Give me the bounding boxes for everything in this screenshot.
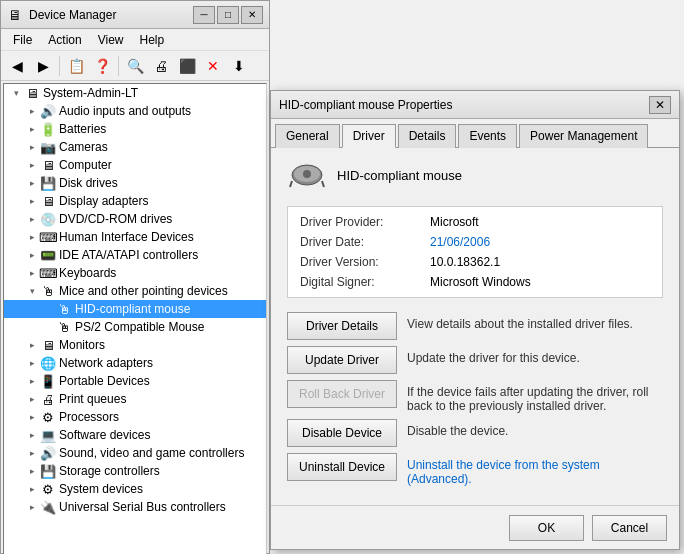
tree-disk[interactable]: ▸ 💾 Disk drives: [4, 174, 266, 192]
tree-print[interactable]: ▸ 🖨 Print queues: [4, 390, 266, 408]
disk-icon: 💾: [40, 175, 56, 191]
action-buttons-container: Driver Details View details about the in…: [287, 312, 663, 486]
keyboards-icon: ⌨: [40, 265, 56, 281]
app-icon: 🖥: [7, 7, 23, 23]
storage-icon: 💾: [40, 463, 56, 479]
menu-bar: File Action View Help: [1, 29, 269, 51]
minimize-button[interactable]: ─: [193, 6, 215, 24]
network-expand: ▸: [24, 355, 40, 371]
tree-root[interactable]: ▾ 🖥 System-Admin-LT: [4, 84, 266, 102]
toolbar-update[interactable]: ⬇: [227, 54, 251, 78]
toolbar-help[interactable]: ❓: [90, 54, 114, 78]
tree-keyboards[interactable]: ▸ ⌨ Keyboards: [4, 264, 266, 282]
menu-help[interactable]: Help: [132, 31, 173, 49]
provider-label: Driver Provider:: [300, 215, 430, 229]
dialog-title-bar: HID-compliant mouse Properties ✕: [271, 91, 679, 119]
tab-driver[interactable]: Driver: [342, 124, 396, 148]
close-button[interactable]: ✕: [241, 6, 263, 24]
mice-label: Mice and other pointing devices: [59, 284, 228, 298]
driver-info-grid: Driver Provider: Microsoft Driver Date: …: [287, 206, 663, 298]
title-bar-controls: ─ □ ✕: [193, 6, 263, 24]
tree-sound[interactable]: ▸ 🔊 Sound, video and game controllers: [4, 444, 266, 462]
sound-label: Sound, video and game controllers: [59, 446, 244, 460]
toolbar-print[interactable]: 🖨: [149, 54, 173, 78]
tree-portable[interactable]: ▸ 📱 Portable Devices: [4, 372, 266, 390]
hid-icon: ⌨: [40, 229, 56, 245]
roll-back-button[interactable]: Roll Back Driver: [287, 380, 397, 408]
tree-hid-mouse[interactable]: 🖱 HID-compliant mouse: [4, 300, 266, 318]
uninstall-device-button[interactable]: Uninstall Device: [287, 453, 397, 481]
maximize-button[interactable]: □: [217, 6, 239, 24]
tree-ps2-mouse[interactable]: 🖱 PS/2 Compatible Mouse: [4, 318, 266, 336]
tree-audio[interactable]: ▸ 🔊 Audio inputs and outputs: [4, 102, 266, 120]
dvd-expand: ▸: [24, 211, 40, 227]
monitors-icon: 🖥: [40, 337, 56, 353]
menu-action[interactable]: Action: [40, 31, 89, 49]
tree-batteries[interactable]: ▸ 🔋 Batteries: [4, 120, 266, 138]
svg-point-2: [303, 170, 311, 178]
toolbar-scan[interactable]: 🔍: [123, 54, 147, 78]
dialog-close-button[interactable]: ✕: [649, 96, 671, 114]
toolbar-forward[interactable]: ▶: [31, 54, 55, 78]
menu-view[interactable]: View: [90, 31, 132, 49]
tab-power-management[interactable]: Power Management: [519, 124, 648, 148]
provider-value: Microsoft: [430, 215, 479, 229]
tree-cameras[interactable]: ▸ 📷 Cameras: [4, 138, 266, 156]
monitors-label: Monitors: [59, 338, 105, 352]
tree-root-label: System-Admin-LT: [43, 86, 138, 100]
tree-network[interactable]: ▸ 🌐 Network adapters: [4, 354, 266, 372]
network-label: Network adapters: [59, 356, 153, 370]
device-tree[interactable]: ▾ 🖥 System-Admin-LT ▸ 🔊 Audio inputs and…: [3, 83, 267, 554]
toolbar-properties[interactable]: 📋: [64, 54, 88, 78]
tree-storage[interactable]: ▸ 💾 Storage controllers: [4, 462, 266, 480]
update-driver-button[interactable]: Update Driver: [287, 346, 397, 374]
tree-ide[interactable]: ▸ 📟 IDE ATA/ATAPI controllers: [4, 246, 266, 264]
tree-usb[interactable]: ▸ 🔌 Universal Serial Bus controllers: [4, 498, 266, 516]
mice-icon: 🖱: [40, 283, 56, 299]
tree-software[interactable]: ▸ 💻 Software devices: [4, 426, 266, 444]
menu-file[interactable]: File: [5, 31, 40, 49]
main-title-bar: 🖥 Device Manager ─ □ ✕: [1, 1, 269, 29]
tree-dvd[interactable]: ▸ 💿 DVD/CD-ROM drives: [4, 210, 266, 228]
processors-expand: ▸: [24, 409, 40, 425]
computer-label: Computer: [59, 158, 112, 172]
cancel-button[interactable]: Cancel: [592, 515, 667, 541]
tree-mice[interactable]: ▾ 🖱 Mice and other pointing devices: [4, 282, 266, 300]
system-expand: ▸: [24, 481, 40, 497]
system-icon: ⚙: [40, 481, 56, 497]
tree-system[interactable]: ▸ ⚙ System devices: [4, 480, 266, 498]
tree-monitors[interactable]: ▸ 🖥 Monitors: [4, 336, 266, 354]
toolbar-remove[interactable]: ✕: [201, 54, 225, 78]
display-expand: ▸: [24, 193, 40, 209]
disable-device-button[interactable]: Disable Device: [287, 419, 397, 447]
hid-mouse-label: HID-compliant mouse: [75, 302, 190, 316]
monitors-expand: ▸: [24, 337, 40, 353]
version-row: Driver Version: 10.0.18362.1: [300, 255, 650, 269]
update-driver-row: Update Driver Update the driver for this…: [287, 346, 663, 374]
portable-label: Portable Devices: [59, 374, 150, 388]
ps2-mouse-label: PS/2 Compatible Mouse: [75, 320, 204, 334]
tree-computer[interactable]: ▸ 🖥 Computer: [4, 156, 266, 174]
ok-button[interactable]: OK: [509, 515, 584, 541]
tree-processors[interactable]: ▸ ⚙ Processors: [4, 408, 266, 426]
keyboards-label: Keyboards: [59, 266, 116, 280]
disk-expand: ▸: [24, 175, 40, 191]
tab-events[interactable]: Events: [458, 124, 517, 148]
portable-icon: 📱: [40, 373, 56, 389]
update-driver-desc: Update the driver for this device.: [407, 346, 663, 365]
print-label: Print queues: [59, 392, 126, 406]
driver-details-button[interactable]: Driver Details: [287, 312, 397, 340]
uninstall-device-desc: Uninstall the device from the system (Ad…: [407, 453, 663, 486]
tab-general[interactable]: General: [275, 124, 340, 148]
svg-line-3: [290, 181, 292, 187]
tree-display[interactable]: ▸ 🖥 Display adapters: [4, 192, 266, 210]
roll-back-desc: If the device fails after updating the d…: [407, 380, 663, 413]
computer-expand: ▸: [24, 157, 40, 173]
software-label: Software devices: [59, 428, 150, 442]
dvd-label: DVD/CD-ROM drives: [59, 212, 172, 226]
ps2-mouse-expand: [40, 319, 56, 335]
toolbar-disable[interactable]: ⬛: [175, 54, 199, 78]
toolbar-back[interactable]: ◀: [5, 54, 29, 78]
tree-hid[interactable]: ▸ ⌨ Human Interface Devices: [4, 228, 266, 246]
tab-details[interactable]: Details: [398, 124, 457, 148]
